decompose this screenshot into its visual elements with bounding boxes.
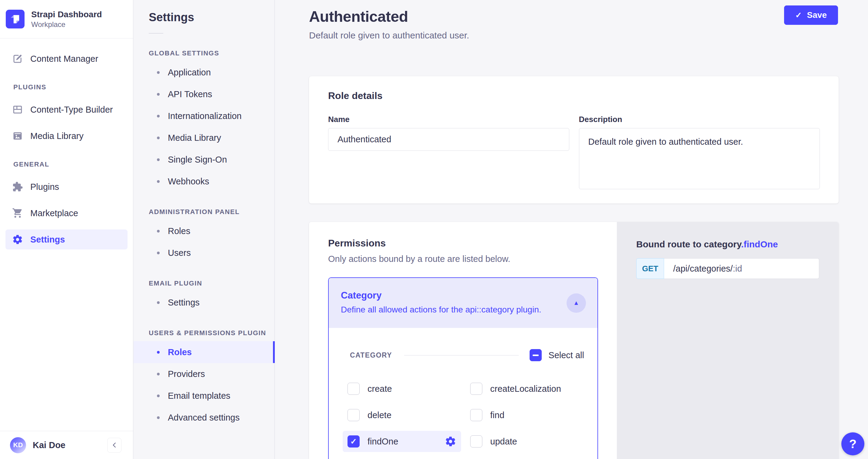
subnav-item-media-library[interactable]: Media Library bbox=[134, 127, 275, 149]
subnav-item-advanced-settings[interactable]: Advanced settings bbox=[134, 406, 275, 428]
bullet-icon bbox=[157, 180, 160, 183]
select-all-checkbox[interactable] bbox=[530, 349, 542, 361]
subnav-section-global-settings: GLOBAL SETTINGS bbox=[149, 50, 275, 57]
cart-icon bbox=[12, 208, 23, 219]
gear-icon bbox=[12, 234, 23, 245]
subnav-item-label: Application bbox=[168, 67, 211, 77]
subnav-item-admin-roles[interactable]: Roles bbox=[134, 220, 275, 242]
accordion-subtitle: Define all allowed actions for the api::… bbox=[341, 305, 561, 315]
permission-row-delete: delete bbox=[343, 404, 461, 426]
collapse-accordion-button[interactable]: ▲ bbox=[566, 293, 586, 313]
bullet-icon bbox=[157, 416, 160, 419]
delete-checkbox[interactable] bbox=[347, 409, 360, 421]
description-textarea[interactable]: Default role given to authenticated user… bbox=[579, 128, 820, 189]
subnav-item-up-roles[interactable]: Roles bbox=[134, 341, 275, 363]
permission-row-update: update bbox=[465, 431, 584, 452]
group-label: CATEGORY bbox=[350, 351, 392, 359]
route-path-param: :id bbox=[733, 264, 742, 274]
description-field-group: Description Default role given to authen… bbox=[579, 115, 820, 191]
nav-item-label: Plugins bbox=[30, 182, 59, 192]
layout-icon bbox=[12, 104, 23, 115]
permission-label: find bbox=[490, 410, 504, 420]
nav-item-label: Settings bbox=[30, 235, 65, 244]
workspace-switcher[interactable]: Strapi Dashboard Workplace bbox=[0, 0, 133, 38]
nav-item-content-manager[interactable]: Content Manager bbox=[5, 49, 128, 69]
bullet-icon bbox=[157, 351, 160, 354]
subnav-item-webhooks[interactable]: Webhooks bbox=[134, 170, 275, 192]
minus-icon bbox=[533, 355, 539, 356]
bound-route-panel: Bound route to category.findOne GET /api… bbox=[617, 222, 839, 459]
subnav-item-providers[interactable]: Providers bbox=[134, 363, 275, 385]
subnav-item-admin-users[interactable]: Users bbox=[134, 242, 275, 264]
nav-item-label: Media Library bbox=[30, 131, 84, 141]
nav-item-content-type-builder[interactable]: Content-Type Builder bbox=[5, 100, 128, 120]
subnav-section-email-plugin: EMAIL PLUGIN bbox=[149, 280, 275, 287]
name-field-group: Name bbox=[328, 115, 569, 191]
role-details-card: Role details Name Description Default ro… bbox=[309, 76, 839, 203]
bullet-icon bbox=[157, 394, 160, 397]
subnav-item-single-sign-on[interactable]: Single Sign-On bbox=[134, 149, 275, 170]
settings-subnav: Settings GLOBAL SETTINGS Application API… bbox=[134, 0, 275, 459]
divider bbox=[404, 355, 519, 356]
bullet-icon bbox=[157, 301, 160, 304]
create-checkbox[interactable] bbox=[347, 383, 360, 395]
help-button[interactable]: ? bbox=[841, 432, 864, 455]
http-method-badge: GET bbox=[636, 258, 664, 279]
subnav-item-internationalization[interactable]: Internationalization bbox=[134, 105, 275, 127]
subnav-item-label: Email templates bbox=[168, 391, 230, 401]
permissions-grid: create createLocalization delete bbox=[343, 378, 584, 452]
category-accordion-body: CATEGORY Select all create bbox=[329, 328, 597, 452]
subnav-item-label: Users bbox=[168, 248, 191, 258]
createlocalization-checkbox[interactable] bbox=[470, 383, 482, 395]
avatar[interactable]: KD bbox=[10, 437, 26, 453]
permissions-panel: Permissions Only actions bound by a rout… bbox=[309, 222, 617, 459]
bullet-icon bbox=[157, 373, 160, 375]
collapse-sidebar-button[interactable] bbox=[107, 438, 122, 453]
page-subtitle: Default role given to authenticated user… bbox=[309, 30, 469, 40]
route-path-main: /api/categories/ bbox=[673, 264, 733, 274]
subnav-item-label: Advanced settings bbox=[168, 413, 240, 423]
find-checkbox[interactable] bbox=[470, 409, 482, 421]
user-name: Kai Doe bbox=[33, 440, 101, 450]
permission-row-findone: ✓ findOne bbox=[343, 431, 461, 452]
subnav-item-application[interactable]: Application bbox=[134, 62, 275, 83]
subnav-title: Settings bbox=[149, 11, 275, 24]
permission-label: findOne bbox=[368, 436, 398, 447]
subnav-item-label: Webhooks bbox=[168, 176, 209, 187]
nav-item-settings[interactable]: Settings bbox=[5, 230, 128, 250]
image-icon bbox=[12, 131, 23, 141]
name-input[interactable] bbox=[328, 128, 569, 151]
subnav-item-label: Single Sign-On bbox=[168, 155, 227, 165]
subnav-item-api-tokens[interactable]: API Tokens bbox=[134, 83, 275, 105]
save-button[interactable]: ✓ Save bbox=[784, 5, 838, 25]
role-details-fields: Name Description Default role given to a… bbox=[328, 115, 820, 191]
permission-row-find: find bbox=[465, 404, 584, 426]
subnav-item-email-settings[interactable]: Settings bbox=[134, 292, 275, 314]
main-nav-list: Content Manager PLUGINS Content-Type Bui… bbox=[0, 38, 133, 250]
nav-item-media-library[interactable]: Media Library bbox=[5, 126, 128, 146]
subnav-item-label: Roles bbox=[168, 226, 190, 236]
workspace-name: Workplace bbox=[31, 20, 102, 29]
puzzle-icon bbox=[12, 182, 23, 192]
update-checkbox[interactable] bbox=[470, 435, 482, 448]
permission-label: createLocalization bbox=[490, 384, 561, 394]
gear-icon bbox=[445, 436, 456, 447]
route-box: GET /api/categories/:id bbox=[636, 258, 819, 279]
permission-row-create: create bbox=[343, 378, 461, 399]
findone-settings-button[interactable] bbox=[445, 436, 456, 447]
findone-checkbox[interactable]: ✓ bbox=[347, 435, 360, 448]
category-accordion: Category Define all allowed actions for … bbox=[328, 277, 598, 459]
route-path: /api/categories/:id bbox=[664, 258, 819, 279]
nav-item-label: Content-Type Builder bbox=[30, 105, 113, 115]
category-accordion-header[interactable]: Category Define all allowed actions for … bbox=[329, 278, 597, 328]
nav-item-marketplace[interactable]: Marketplace bbox=[5, 203, 128, 223]
subnav-item-label: Media Library bbox=[168, 133, 221, 143]
nav-item-plugins[interactable]: Plugins bbox=[5, 177, 128, 197]
strapi-logo-icon bbox=[6, 10, 25, 29]
permission-label: create bbox=[368, 384, 392, 394]
page-title: Authenticated bbox=[309, 8, 408, 26]
subnav-item-email-templates[interactable]: Email templates bbox=[134, 385, 275, 406]
bullet-icon bbox=[157, 93, 160, 96]
bullet-icon bbox=[157, 71, 160, 74]
select-all-label: Select all bbox=[548, 350, 584, 360]
